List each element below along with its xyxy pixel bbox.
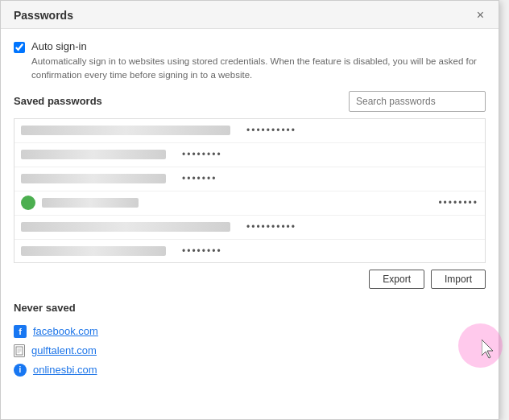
document-icon xyxy=(14,344,25,357)
passwords-list-wrapper[interactable]: •••••••••• •••••••• ••••••• xyxy=(14,118,486,263)
auto-signin-text: Auto sign-in Automatically sign in to we… xyxy=(31,40,486,83)
export-button[interactable]: Export xyxy=(369,270,424,289)
table-row: ••••••• xyxy=(14,167,485,191)
saved-passwords-title: Saved passwords xyxy=(14,95,102,107)
table-row: •••••••••• xyxy=(14,119,485,143)
auto-signin-label[interactable]: Auto sign-in xyxy=(31,40,486,52)
site-blurred xyxy=(42,198,139,208)
saved-passwords-header: Saved passwords xyxy=(14,91,486,112)
search-input[interactable] xyxy=(349,91,486,112)
table-row: •••••••• xyxy=(14,191,485,216)
dialog-body: Auto sign-in Automatically sign in to we… xyxy=(1,29,499,419)
site-icon-green xyxy=(21,196,35,210)
password-dots: •••••••• xyxy=(182,245,222,257)
saved-passwords-section: Saved passwords •••••••••• •••••••• xyxy=(14,91,486,289)
auto-signin-checkbox[interactable] xyxy=(14,42,25,53)
table-row: •••••••• xyxy=(14,143,485,167)
table-row: •••••••••• xyxy=(14,216,485,240)
list-item: gulftalent.com xyxy=(14,341,486,360)
password-dots: •••••••• xyxy=(182,149,222,160)
buttons-row: Export Import xyxy=(14,270,486,289)
never-saved-link-gulftalent[interactable]: gulftalent.com xyxy=(31,344,97,356)
auto-signin-description: Automatically sign in to websites using … xyxy=(31,56,477,80)
never-saved-title: Never saved xyxy=(14,302,486,314)
never-saved-list: f facebook.com gulftalent.com xyxy=(14,322,486,380)
passwords-dialog: Passwords × Auto sign-in Automatically s… xyxy=(0,0,499,420)
close-button[interactable]: × xyxy=(472,7,489,23)
site-blurred xyxy=(21,246,166,256)
never-saved-link-facebook[interactable]: facebook.com xyxy=(33,325,98,337)
password-dots: •••••••• xyxy=(438,197,478,208)
import-button[interactable]: Import xyxy=(431,270,486,289)
dialog-header: Passwords × xyxy=(1,1,499,29)
password-dots: •••••••••• xyxy=(246,221,296,233)
never-saved-section: Never saved f facebook.com xyxy=(14,302,486,380)
dialog-title: Passwords xyxy=(14,9,73,22)
site-blurred xyxy=(21,126,230,135)
auto-signin-row: Auto sign-in Automatically sign in to we… xyxy=(14,40,486,83)
password-dots: ••••••• xyxy=(182,173,217,184)
list-item: f facebook.com xyxy=(14,322,486,341)
never-saved-link-onlinesbi[interactable]: onlinesbi.com xyxy=(33,364,97,376)
password-dots: •••••••••• xyxy=(246,125,296,136)
facebook-icon: f xyxy=(14,325,27,338)
table-row: •••••••• xyxy=(14,240,485,263)
info-icon: i xyxy=(14,364,27,377)
site-blurred xyxy=(21,150,166,159)
site-blurred xyxy=(21,222,230,232)
passwords-list: •••••••••• •••••••• ••••••• xyxy=(14,119,485,263)
list-item: i onlinesbi.com xyxy=(14,360,486,380)
site-blurred xyxy=(21,174,166,183)
